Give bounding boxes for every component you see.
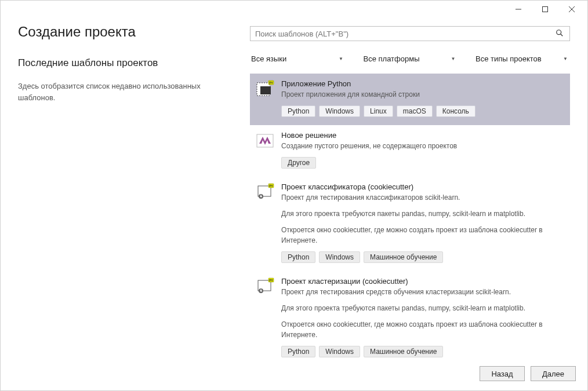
- template-tags: PythonWindowsМашинное обучение: [281, 346, 564, 357]
- back-button[interactable]: Назад: [480, 366, 525, 381]
- filter-platform-label: Все платформы: [364, 54, 420, 63]
- tag: Python: [281, 346, 315, 357]
- template-item[interactable]: PYПроект кластеризации (cookiecutter)Про…: [250, 271, 570, 358]
- svg-text:PY: PY: [269, 279, 273, 282]
- tag: Windows: [319, 251, 360, 263]
- filter-type[interactable]: Все типы проектов ▼: [474, 52, 570, 65]
- template-title: Приложение Python: [281, 79, 564, 88]
- python-cookie-icon: PY: [256, 277, 274, 295]
- template-tags: Другое: [281, 157, 564, 169]
- search-box[interactable]: [250, 26, 570, 41]
- search-input[interactable]: [254, 29, 553, 39]
- template-note: Для этого проекта требуются пакеты panda…: [281, 209, 564, 219]
- filter-language-label: Все языки: [251, 54, 286, 63]
- template-note: Для этого проекта требуются пакеты panda…: [281, 303, 564, 313]
- tag: Другое: [281, 157, 316, 169]
- template-item[interactable]: PYПриложение PythonПроект приложения для…: [250, 74, 570, 125]
- svg-rect-7: [260, 86, 271, 94]
- svg-line-5: [561, 34, 563, 36]
- python-cookie-icon: PY: [256, 182, 274, 201]
- close-button[interactable]: [558, 1, 585, 18]
- tag: Машинное обучение: [364, 251, 443, 263]
- svg-rect-10: [257, 134, 273, 147]
- template-note: Откроется окно cookiecutter, где можно с…: [281, 225, 564, 246]
- template-item[interactable]: PYПроект классификатора (cookiecutter)Пр…: [250, 177, 570, 271]
- chevron-down-icon: ▼: [451, 56, 456, 61]
- template-description: Проект приложения для командной строки: [281, 89, 564, 100]
- template-note: Откроется окно cookiecutter, где можно с…: [281, 319, 564, 340]
- maximize-button[interactable]: [532, 1, 558, 18]
- tag: Windows: [319, 105, 360, 117]
- template-list: PYПриложение PythonПроект приложения для…: [250, 74, 570, 358]
- template-title: Проект классификатора (cookiecutter): [281, 182, 564, 191]
- tag: macOS: [397, 105, 433, 117]
- template-title: Новое решение: [281, 131, 564, 140]
- template-title: Проект кластеризации (cookiecutter): [281, 277, 564, 286]
- tag: Python: [281, 105, 315, 117]
- tag: Linux: [364, 105, 393, 117]
- search-icon[interactable]: [553, 29, 566, 39]
- minimize-button[interactable]: [505, 1, 532, 18]
- template-description: Создание пустого решения, не содержащего…: [281, 141, 564, 151]
- vs-solution-icon: [256, 131, 274, 149]
- chevron-down-icon: ▼: [339, 56, 343, 61]
- template-description: Проект для тестирования классификаторов …: [281, 192, 564, 203]
- svg-rect-1: [543, 7, 548, 12]
- svg-text:PY: PY: [269, 184, 273, 188]
- tag: Windows: [319, 346, 360, 357]
- next-button[interactable]: Далее: [531, 366, 576, 381]
- template-description: Проект для тестирования средств обучения…: [281, 287, 564, 297]
- filter-platform[interactable]: Все платформы ▼: [362, 52, 458, 65]
- recent-empty-message: Здесь отобразится список недавно использ…: [18, 81, 227, 103]
- template-item[interactable]: Новое решениеСоздание пустого решения, н…: [250, 125, 570, 177]
- filter-language[interactable]: Все языки ▼: [250, 52, 346, 65]
- tag: Консоль: [436, 105, 476, 117]
- recent-title: Последние шаблоны проектов: [18, 57, 227, 69]
- chevron-down-icon: ▼: [563, 56, 568, 61]
- filter-type-label: Все типы проектов: [476, 54, 542, 63]
- template-tags: PythonWindowsМашинное обучение: [281, 251, 564, 263]
- tag: Python: [281, 251, 315, 263]
- titlebar: [1, 1, 587, 18]
- svg-text:PY: PY: [269, 81, 273, 85]
- python-app-icon: PY: [256, 79, 274, 98]
- dialog-footer: Назад Далее: [1, 358, 587, 390]
- template-tags: PythonWindowsLinuxmacOSКонсоль: [281, 105, 564, 117]
- tag: Машинное обучение: [364, 346, 443, 357]
- page-title: Создание проекта: [18, 24, 227, 40]
- svg-point-4: [557, 30, 561, 34]
